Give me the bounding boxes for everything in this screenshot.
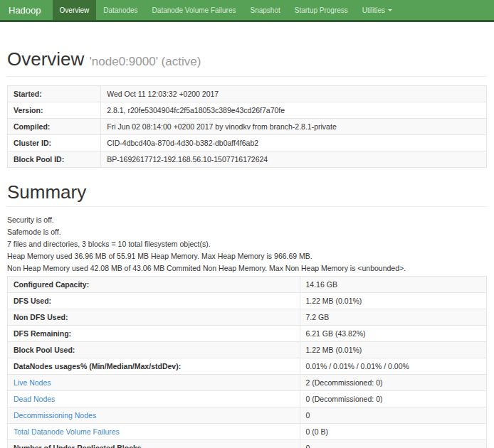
table-row: Dead Nodes 0 (Decommissioned: 0) bbox=[8, 391, 487, 407]
under-replicated-blocks-value: 0 bbox=[300, 440, 486, 448]
nav-link-datanode-volume-failures[interactable]: Datanode Volume Failures bbox=[145, 0, 243, 20]
overview-heading: Overview 'node0:9000' (active) bbox=[7, 49, 487, 72]
heap-memory-text: Heap Memory used 36.96 MB of 55.91 MB He… bbox=[7, 252, 487, 260]
live-nodes-cell: Live Nodes bbox=[8, 375, 300, 391]
started-value: Wed Oct 11 12:03:32 +0200 2017 bbox=[101, 86, 487, 102]
table-row: Non DFS Used: 7.2 GB bbox=[8, 309, 487, 326]
compiled-label: Compiled: bbox=[8, 119, 101, 135]
table-row: DFS Used: 1.22 MB (0.01%) bbox=[8, 293, 487, 309]
configured-capacity-label: Configured Capacity: bbox=[8, 277, 300, 293]
dead-nodes-link[interactable]: Dead Nodes bbox=[14, 395, 55, 403]
page-content: Overview 'node0:9000' (active) Started: … bbox=[0, 49, 494, 448]
live-nodes-link[interactable]: Live Nodes bbox=[14, 378, 51, 387]
dfs-remaining-label: DFS Remaining: bbox=[8, 326, 300, 342]
block-pool-used-label: Block Pool Used: bbox=[8, 342, 300, 358]
dead-nodes-value: 0 (Decommissioned: 0) bbox=[300, 391, 486, 407]
nav-item-startup-progress: Startup Progress bbox=[288, 0, 355, 20]
compiled-value: Fri Jun 02 08:14:00 +0200 2017 by vinodk… bbox=[101, 119, 487, 135]
overview-title-text: Overview bbox=[7, 48, 84, 70]
nav-item-snapshot: Snapshot bbox=[243, 0, 287, 20]
table-row: Compiled: Fri Jun 02 08:14:00 +0200 2017… bbox=[8, 119, 487, 135]
table-row: Decommissioning Nodes 0 bbox=[8, 407, 487, 424]
nav-link-utilities-label: Utilities bbox=[362, 6, 385, 14]
table-row: Number of Under-Replicated Blocks 0 bbox=[8, 440, 487, 448]
datanodes-usages-value: 0.01% / 0.01% / 0.01% / 0.00% bbox=[300, 358, 486, 375]
table-row: Total Datanode Volume Failures 0 (0 B) bbox=[8, 424, 487, 440]
decommissioning-nodes-cell: Decommissioning Nodes bbox=[8, 407, 300, 424]
table-row: Version: 2.8.1, r20fe5304904fc2f5a18053c… bbox=[8, 102, 487, 119]
nav-item-utilities: Utilities bbox=[355, 0, 399, 20]
nav-link-datanodes[interactable]: Datanodes bbox=[96, 0, 144, 20]
cluster-id-label: Cluster ID: bbox=[8, 135, 101, 151]
nav-link-snapshot[interactable]: Snapshot bbox=[243, 0, 287, 20]
volume-failures-link[interactable]: Total Datanode Volume Failures bbox=[14, 427, 120, 436]
table-row: Cluster ID: CID-4dbcd40a-870d-4d30-b382-… bbox=[8, 135, 487, 151]
block-pool-used-value: 1.22 MB (0.01%) bbox=[300, 342, 486, 358]
security-status-text: Security is off. bbox=[7, 215, 487, 224]
nav-link-utilities-dropdown[interactable]: Utilities bbox=[355, 0, 399, 20]
block-pool-id-label: Block Pool ID: bbox=[8, 151, 101, 168]
live-nodes-value: 2 (Decommissioned: 0) bbox=[300, 375, 486, 391]
nav-link-startup-progress[interactable]: Startup Progress bbox=[288, 0, 355, 20]
overview-info-table: Started: Wed Oct 11 12:03:32 +0200 2017 … bbox=[7, 85, 487, 168]
top-navbar: Hadoop Overview Datanodes Datanode Volum… bbox=[0, 0, 494, 22]
cluster-id-value: CID-4dbcd40a-870d-4d30-b382-db0aff4f6ab2 bbox=[101, 135, 487, 151]
non-dfs-used-value: 7.2 GB bbox=[300, 309, 486, 326]
nav-item-datanodes: Datanodes bbox=[96, 0, 144, 20]
table-row: Block Pool ID: BP-1692617712-192.168.56.… bbox=[8, 151, 487, 168]
summary-stats-table: Configured Capacity: 14.16 GB DFS Used: … bbox=[7, 276, 487, 448]
nav-item-overview: Overview bbox=[53, 0, 97, 20]
dead-nodes-cell: Dead Nodes bbox=[8, 391, 300, 407]
table-row: Configured Capacity: 14.16 GB bbox=[8, 277, 487, 293]
table-row: DFS Remaining: 6.21 GB (43.82%) bbox=[8, 326, 487, 342]
configured-capacity-value: 14.16 GB bbox=[300, 277, 486, 293]
nav-item-datanode-volume-failures: Datanode Volume Failures bbox=[145, 0, 243, 20]
safemode-status-text: Safemode is off. bbox=[7, 228, 487, 236]
nav-link-overview[interactable]: Overview bbox=[53, 0, 97, 20]
under-replicated-blocks-label: Number of Under-Replicated Blocks bbox=[8, 440, 300, 448]
table-row: Live Nodes 2 (Decommissioned: 0) bbox=[8, 375, 487, 391]
datanodes-usages-label: DataNodes usages% (Min/Median/Max/stdDev… bbox=[8, 358, 300, 375]
decommissioning-nodes-link[interactable]: Decommissioning Nodes bbox=[14, 411, 96, 420]
volume-failures-cell: Total Datanode Volume Failures bbox=[8, 424, 300, 440]
table-row: Started: Wed Oct 11 12:03:32 +0200 2017 bbox=[8, 86, 487, 102]
version-label: Version: bbox=[8, 102, 101, 119]
dfs-used-label: DFS Used: bbox=[8, 293, 300, 309]
summary-heading: Summary bbox=[7, 182, 487, 202]
table-row: Block Pool Used: 1.22 MB (0.01%) bbox=[8, 342, 487, 358]
overview-divider bbox=[7, 76, 487, 77]
table-row: DataNodes usages% (Min/Median/Max/stdDev… bbox=[8, 358, 487, 375]
navbar-menu: Overview Datanodes Datanode Volume Failu… bbox=[53, 0, 399, 20]
non-dfs-used-label: Non DFS Used: bbox=[8, 309, 300, 326]
namenode-address-status: 'node0:9000' (active) bbox=[90, 55, 201, 68]
decommissioning-nodes-value: 0 bbox=[300, 407, 486, 424]
started-label: Started: bbox=[8, 86, 101, 102]
volume-failures-value: 0 (0 B) bbox=[300, 424, 486, 440]
block-pool-id-value: BP-1692617712-192.168.56.10-150771617262… bbox=[101, 151, 487, 168]
filesystem-objects-text: 7 files and directories, 3 blocks = 10 t… bbox=[7, 240, 487, 248]
version-value: 2.8.1, r20fe5304904fc2f5a18053c389e43cd2… bbox=[101, 102, 487, 119]
caret-down-icon bbox=[388, 9, 392, 11]
dfs-used-value: 1.22 MB (0.01%) bbox=[300, 293, 486, 309]
dfs-remaining-value: 6.21 GB (43.82%) bbox=[300, 326, 486, 342]
hadoop-brand-link[interactable]: Hadoop bbox=[0, 0, 53, 20]
non-heap-memory-text: Non Heap Memory used 42.08 MB of 43.06 M… bbox=[7, 264, 487, 272]
summary-divider bbox=[7, 206, 487, 207]
